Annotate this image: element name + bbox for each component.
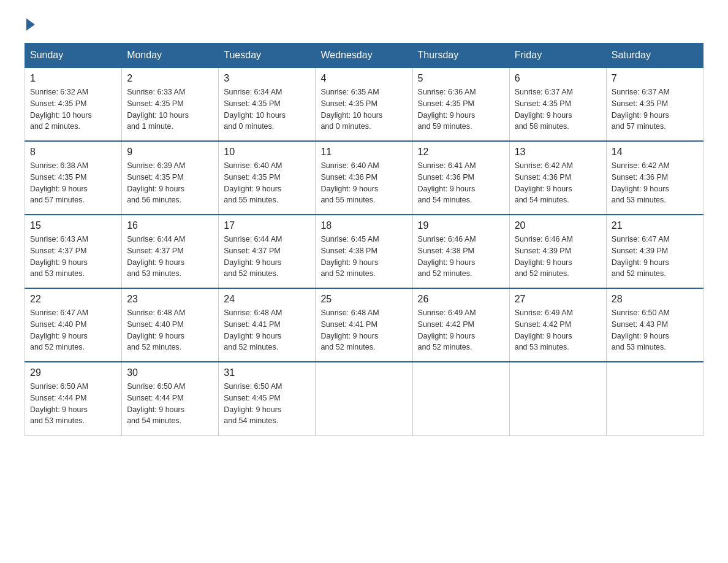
- calendar-cell: 31 Sunrise: 6:50 AMSunset: 4:45 PMDaylig…: [219, 362, 316, 435]
- calendar-cell: 26 Sunrise: 6:49 AMSunset: 4:42 PMDaylig…: [412, 288, 509, 362]
- logo: [25, 18, 37, 31]
- day-info: Sunrise: 6:37 AMSunset: 4:35 PMDaylight:…: [515, 88, 573, 131]
- day-info: Sunrise: 6:32 AMSunset: 4:35 PMDaylight:…: [30, 88, 92, 131]
- calendar-cell: 13 Sunrise: 6:42 AMSunset: 4:36 PMDaylig…: [509, 141, 606, 215]
- day-number: 18: [320, 220, 407, 231]
- day-info: Sunrise: 6:34 AMSunset: 4:35 PMDaylight:…: [224, 88, 286, 131]
- day-number: 1: [30, 73, 116, 84]
- day-info: Sunrise: 6:46 AMSunset: 4:38 PMDaylight:…: [418, 235, 476, 278]
- day-info: Sunrise: 6:40 AMSunset: 4:36 PMDaylight:…: [320, 161, 379, 204]
- day-info: Sunrise: 6:38 AMSunset: 4:35 PMDaylight:…: [30, 161, 88, 204]
- calendar-header-monday: Monday: [122, 44, 219, 68]
- calendar-cell: 11 Sunrise: 6:40 AMSunset: 4:36 PMDaylig…: [316, 141, 412, 215]
- day-number: 14: [612, 147, 698, 158]
- day-number: 26: [418, 294, 504, 305]
- calendar-header-thursday: Thursday: [412, 44, 509, 68]
- day-number: 11: [320, 147, 407, 158]
- day-info: Sunrise: 6:35 AMSunset: 4:35 PMDaylight:…: [320, 88, 382, 131]
- day-number: 22: [30, 294, 116, 305]
- calendar-cell: 19 Sunrise: 6:46 AMSunset: 4:38 PMDaylig…: [412, 215, 509, 288]
- calendar-header-row: SundayMondayTuesdayWednesdayThursdayFrid…: [25, 44, 703, 68]
- day-info: Sunrise: 6:48 AMSunset: 4:41 PMDaylight:…: [320, 308, 379, 351]
- day-number: 5: [418, 73, 504, 84]
- calendar-week-row: 1 Sunrise: 6:32 AMSunset: 4:35 PMDayligh…: [25, 67, 703, 141]
- calendar-cell: 12 Sunrise: 6:41 AMSunset: 4:36 PMDaylig…: [412, 141, 509, 215]
- day-number: 23: [127, 294, 213, 305]
- logo-triangle-icon: [26, 18, 35, 31]
- page-header: [25, 18, 703, 31]
- calendar-cell: 27 Sunrise: 6:49 AMSunset: 4:42 PMDaylig…: [509, 288, 606, 362]
- calendar-cell: 30 Sunrise: 6:50 AMSunset: 4:44 PMDaylig…: [122, 362, 219, 435]
- calendar-cell: 22 Sunrise: 6:47 AMSunset: 4:40 PMDaylig…: [25, 288, 122, 362]
- day-info: Sunrise: 6:49 AMSunset: 4:42 PMDaylight:…: [418, 308, 476, 351]
- day-info: Sunrise: 6:50 AMSunset: 4:45 PMDaylight:…: [224, 382, 282, 425]
- calendar-cell: 29 Sunrise: 6:50 AMSunset: 4:44 PMDaylig…: [25, 362, 122, 435]
- day-info: Sunrise: 6:49 AMSunset: 4:42 PMDaylight:…: [515, 308, 573, 351]
- calendar-cell: 23 Sunrise: 6:48 AMSunset: 4:40 PMDaylig…: [122, 288, 219, 362]
- calendar-cell: [316, 362, 412, 435]
- day-number: 9: [127, 147, 213, 158]
- day-number: 2: [127, 73, 213, 84]
- calendar-cell: 20 Sunrise: 6:46 AMSunset: 4:39 PMDaylig…: [509, 215, 606, 288]
- calendar-cell: 16 Sunrise: 6:44 AMSunset: 4:37 PMDaylig…: [122, 215, 219, 288]
- calendar-cell: 10 Sunrise: 6:40 AMSunset: 4:35 PMDaylig…: [219, 141, 316, 215]
- calendar-cell: 25 Sunrise: 6:48 AMSunset: 4:41 PMDaylig…: [316, 288, 412, 362]
- calendar-header-wednesday: Wednesday: [316, 44, 412, 68]
- calendar-header-saturday: Saturday: [606, 44, 703, 68]
- day-info: Sunrise: 6:43 AMSunset: 4:37 PMDaylight:…: [30, 235, 88, 278]
- calendar-header-tuesday: Tuesday: [219, 44, 316, 68]
- day-info: Sunrise: 6:41 AMSunset: 4:36 PMDaylight:…: [418, 161, 476, 204]
- day-number: 30: [127, 367, 213, 378]
- day-info: Sunrise: 6:50 AMSunset: 4:43 PMDaylight:…: [612, 308, 670, 351]
- day-info: Sunrise: 6:47 AMSunset: 4:39 PMDaylight:…: [612, 235, 670, 278]
- day-info: Sunrise: 6:36 AMSunset: 4:35 PMDaylight:…: [418, 88, 476, 131]
- calendar-cell: 6 Sunrise: 6:37 AMSunset: 4:35 PMDayligh…: [509, 67, 606, 141]
- day-info: Sunrise: 6:48 AMSunset: 4:41 PMDaylight:…: [224, 308, 282, 351]
- day-info: Sunrise: 6:44 AMSunset: 4:37 PMDaylight:…: [127, 235, 185, 278]
- day-number: 10: [224, 147, 310, 158]
- day-info: Sunrise: 6:39 AMSunset: 4:35 PMDaylight:…: [127, 161, 185, 204]
- calendar-cell: 24 Sunrise: 6:48 AMSunset: 4:41 PMDaylig…: [219, 288, 316, 362]
- day-number: 27: [515, 294, 601, 305]
- day-number: 20: [515, 220, 601, 231]
- calendar-cell: 1 Sunrise: 6:32 AMSunset: 4:35 PMDayligh…: [25, 67, 122, 141]
- day-number: 25: [320, 294, 407, 305]
- day-number: 3: [224, 73, 310, 84]
- calendar-cell: 17 Sunrise: 6:44 AMSunset: 4:37 PMDaylig…: [219, 215, 316, 288]
- day-info: Sunrise: 6:42 AMSunset: 4:36 PMDaylight:…: [515, 161, 573, 204]
- calendar-cell: 4 Sunrise: 6:35 AMSunset: 4:35 PMDayligh…: [316, 67, 412, 141]
- calendar-cell: 3 Sunrise: 6:34 AMSunset: 4:35 PMDayligh…: [219, 67, 316, 141]
- calendar-cell: 7 Sunrise: 6:37 AMSunset: 4:35 PMDayligh…: [606, 67, 703, 141]
- calendar-cell: [412, 362, 509, 435]
- day-info: Sunrise: 6:50 AMSunset: 4:44 PMDaylight:…: [127, 382, 185, 425]
- day-number: 19: [418, 220, 504, 231]
- day-number: 28: [612, 294, 698, 305]
- day-info: Sunrise: 6:45 AMSunset: 4:38 PMDaylight:…: [320, 235, 379, 278]
- calendar-header-sunday: Sunday: [25, 44, 122, 68]
- calendar-cell: 5 Sunrise: 6:36 AMSunset: 4:35 PMDayligh…: [412, 67, 509, 141]
- day-number: 8: [30, 147, 116, 158]
- day-number: 29: [30, 367, 116, 378]
- day-info: Sunrise: 6:48 AMSunset: 4:40 PMDaylight:…: [127, 308, 185, 351]
- day-info: Sunrise: 6:44 AMSunset: 4:37 PMDaylight:…: [224, 235, 282, 278]
- calendar-cell: 14 Sunrise: 6:42 AMSunset: 4:36 PMDaylig…: [606, 141, 703, 215]
- day-number: 24: [224, 294, 310, 305]
- calendar-week-row: 15 Sunrise: 6:43 AMSunset: 4:37 PMDaylig…: [25, 215, 703, 288]
- calendar-cell: 28 Sunrise: 6:50 AMSunset: 4:43 PMDaylig…: [606, 288, 703, 362]
- day-number: 31: [224, 367, 310, 378]
- calendar-week-row: 29 Sunrise: 6:50 AMSunset: 4:44 PMDaylig…: [25, 362, 703, 435]
- calendar-cell: 18 Sunrise: 6:45 AMSunset: 4:38 PMDaylig…: [316, 215, 412, 288]
- calendar-cell: 9 Sunrise: 6:39 AMSunset: 4:35 PMDayligh…: [122, 141, 219, 215]
- calendar-week-row: 22 Sunrise: 6:47 AMSunset: 4:40 PMDaylig…: [25, 288, 703, 362]
- day-number: 12: [418, 147, 504, 158]
- day-info: Sunrise: 6:46 AMSunset: 4:39 PMDaylight:…: [515, 235, 573, 278]
- day-number: 17: [224, 220, 310, 231]
- day-number: 6: [515, 73, 601, 84]
- day-info: Sunrise: 6:33 AMSunset: 4:35 PMDaylight:…: [127, 88, 189, 131]
- calendar-cell: [606, 362, 703, 435]
- calendar-cell: 8 Sunrise: 6:38 AMSunset: 4:35 PMDayligh…: [25, 141, 122, 215]
- calendar-cell: [509, 362, 606, 435]
- day-info: Sunrise: 6:42 AMSunset: 4:36 PMDaylight:…: [612, 161, 670, 204]
- calendar-week-row: 8 Sunrise: 6:38 AMSunset: 4:35 PMDayligh…: [25, 141, 703, 215]
- day-number: 15: [30, 220, 116, 231]
